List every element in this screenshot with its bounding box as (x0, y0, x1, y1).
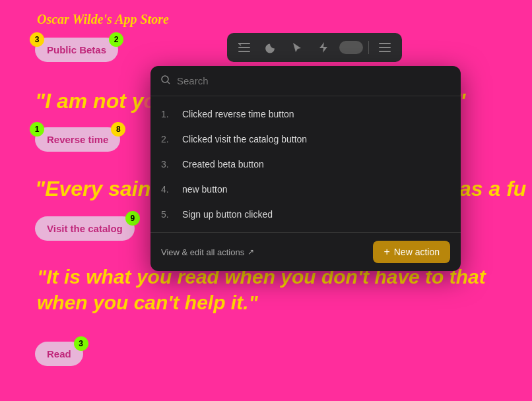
public-betas-container: 3 2 Public Betas (35, 38, 118, 62)
search-bar (150, 66, 461, 96)
action-item-1[interactable]: 1. Clicked reverse time button (150, 102, 461, 127)
visit-catalog-button[interactable]: Visit the catalog (35, 216, 135, 241)
action-item-2[interactable]: 2. Clicked visit the catalog button (150, 127, 461, 152)
action-label-4: new button (182, 184, 228, 195)
action-num-5: 5. (161, 209, 174, 220)
action-list: 1. Clicked reverse time button 2. Clicke… (150, 96, 461, 232)
dropdown-footer: View & edit all actions ↗ + New action (150, 232, 461, 271)
action-label-5: Sign up button clicked (182, 209, 273, 220)
action-item-5[interactable]: 5. Sign up button clicked (150, 202, 461, 227)
svg-rect-1 (238, 47, 250, 48)
badge-read-right: 3 (74, 336, 88, 351)
action-label-2: Clicked visit the catalog button (182, 134, 307, 144)
search-input[interactable] (177, 75, 450, 86)
lines-icon[interactable] (234, 37, 255, 58)
toggle-switch[interactable] (339, 41, 363, 54)
view-edit-label: View & edit all actions (161, 247, 244, 257)
plus-icon: + (383, 246, 389, 258)
svg-rect-6 (379, 51, 391, 52)
badge-public-betas-right: 2 (109, 32, 123, 47)
public-betas-button[interactable]: Public Betas (35, 38, 118, 62)
toolbar (227, 33, 402, 62)
action-label-1: Clicked reverse time button (182, 109, 294, 119)
action-label-3: Created beta button (182, 159, 264, 170)
external-link-icon: ↗ (248, 247, 254, 257)
action-item-4[interactable]: 4. new button (150, 177, 461, 202)
reverse-time-container: 1 8 Reverse time (35, 127, 120, 152)
moon-icon[interactable] (260, 37, 281, 58)
read-container: 3 Read (35, 342, 83, 366)
toolbar-divider (368, 41, 369, 54)
svg-rect-4 (379, 43, 391, 44)
badge-public-betas-left: 3 (30, 32, 44, 47)
reverse-time-button[interactable]: Reverse time (35, 127, 120, 152)
svg-point-7 (162, 76, 168, 82)
new-action-button[interactable]: + New action (373, 241, 450, 263)
badge-reverse-left: 1 (30, 122, 44, 137)
action-num-3: 3. (161, 159, 174, 170)
action-num-1: 1. (161, 109, 174, 119)
visit-catalog-container: 9 Visit the catalog (35, 216, 135, 241)
new-action-label: New action (394, 247, 440, 257)
badge-catalog-right: 9 (125, 211, 140, 226)
view-edit-link[interactable]: View & edit all actions ↗ (161, 247, 254, 257)
svg-rect-5 (379, 47, 391, 48)
badge-reverse-right: 8 (111, 122, 125, 137)
action-item-3[interactable]: 3. Created beta button (150, 152, 461, 177)
dropdown-panel: 1. Clicked reverse time button 2. Clicke… (150, 66, 461, 271)
cursor-icon[interactable] (286, 37, 308, 58)
app-title: Oscar Wilde's App Store (37, 12, 169, 27)
search-icon (161, 75, 170, 86)
menu-icon[interactable] (374, 37, 395, 58)
svg-line-8 (168, 82, 170, 84)
quote-bottom: "It is what you read when you don't have… (37, 264, 486, 315)
svg-rect-2 (238, 51, 250, 52)
action-num-4: 4. (161, 184, 174, 195)
action-num-2: 2. (161, 134, 174, 144)
lightning-icon[interactable] (313, 37, 334, 58)
